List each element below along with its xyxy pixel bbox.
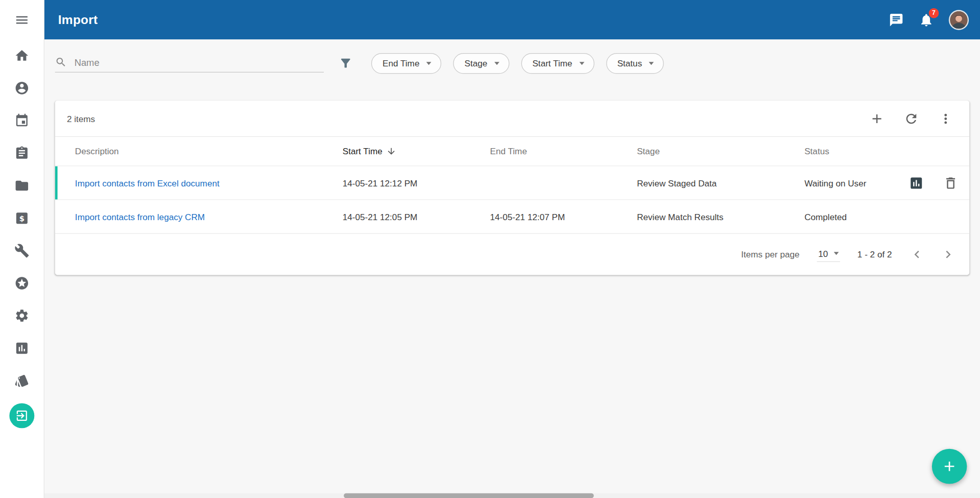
row-status: Completed bbox=[804, 211, 896, 222]
next-page-button[interactable] bbox=[941, 247, 955, 262]
chevron-left-icon bbox=[910, 247, 924, 262]
chevron-right-icon bbox=[941, 247, 955, 262]
column-header-start-time[interactable]: Start Time bbox=[343, 146, 490, 156]
chip-label: Stage bbox=[465, 58, 488, 68]
chat-icon bbox=[889, 12, 903, 27]
previous-page-button[interactable] bbox=[910, 247, 924, 262]
selected-row-accent bbox=[55, 167, 58, 200]
chevron-down-icon bbox=[833, 252, 839, 255]
sidebar-item-calendar[interactable] bbox=[0, 104, 44, 137]
chip-label: Start Time bbox=[532, 58, 572, 68]
notifications-button[interactable]: 7 bbox=[919, 12, 934, 27]
filter-button[interactable] bbox=[336, 54, 355, 73]
row-stage: Review Staged Data bbox=[637, 178, 804, 188]
pagination-range: 1 - 2 of 2 bbox=[857, 249, 892, 259]
sidebar-item-documents[interactable] bbox=[0, 170, 44, 202]
plus-icon bbox=[941, 458, 958, 475]
search-input[interactable] bbox=[73, 56, 324, 68]
search-icon bbox=[55, 56, 67, 68]
scrollbar-thumb[interactable] bbox=[344, 493, 594, 498]
funnel-icon bbox=[339, 56, 352, 70]
calendar-icon bbox=[14, 113, 29, 128]
sidebar: $ bbox=[0, 0, 44, 498]
column-header-end-time[interactable]: End Time bbox=[490, 146, 637, 156]
sidebar-item-home[interactable] bbox=[0, 39, 44, 72]
sidebar-item-contacts[interactable] bbox=[0, 72, 44, 105]
filter-chip-stage[interactable]: Stage bbox=[453, 53, 509, 73]
horizontal-scrollbar bbox=[0, 493, 980, 498]
chevron-down-icon bbox=[426, 62, 432, 65]
row-stage: Review Match Results bbox=[637, 211, 804, 222]
table-row[interactable]: Import contacts from legacy CRM 14-05-21… bbox=[55, 200, 970, 234]
sidebar-item-tools[interactable] bbox=[0, 234, 44, 267]
filter-chip-status[interactable]: Status bbox=[606, 53, 664, 73]
chevron-down-icon bbox=[494, 62, 499, 65]
folder-icon bbox=[14, 178, 29, 193]
items-count: 2 items bbox=[67, 113, 95, 124]
user-avatar[interactable] bbox=[949, 10, 969, 30]
wrench-icon bbox=[14, 243, 29, 258]
chip-label: End Time bbox=[383, 58, 419, 68]
filter-chips: End Time Stage Start Time Status bbox=[371, 53, 664, 73]
column-header-description[interactable]: Description bbox=[75, 146, 343, 156]
sidebar-item-tasks[interactable] bbox=[0, 137, 44, 170]
avatar-image bbox=[950, 11, 967, 28]
refresh-icon bbox=[904, 111, 919, 126]
items-per-page-label: Items per page bbox=[741, 249, 799, 259]
import-icon bbox=[15, 409, 29, 422]
account-icon bbox=[14, 81, 29, 96]
sidebar-item-reports[interactable] bbox=[0, 332, 44, 365]
gear-icon bbox=[14, 308, 29, 323]
pagination-bar: Items per page 10 1 - 2 of 2 bbox=[55, 234, 970, 275]
row-start-time: 14-05-21 12:05 PM bbox=[343, 211, 490, 222]
filter-chip-end-time[interactable]: End Time bbox=[371, 53, 441, 73]
main-area: Import 7 bbox=[44, 0, 980, 498]
top-app-bar: Import 7 bbox=[44, 0, 980, 39]
delete-button[interactable] bbox=[943, 175, 958, 190]
page-title: Import bbox=[58, 12, 98, 27]
sort-descending-icon bbox=[386, 146, 396, 156]
refresh-button[interactable] bbox=[904, 111, 919, 126]
filter-chip-start-time[interactable]: Start Time bbox=[521, 53, 594, 73]
chevron-down-icon bbox=[579, 62, 584, 65]
chart-icon bbox=[909, 175, 924, 190]
page-size-value: 10 bbox=[818, 249, 828, 259]
row-actions bbox=[896, 175, 969, 190]
column-header-stage[interactable]: Stage bbox=[637, 146, 804, 156]
add-fab[interactable] bbox=[932, 449, 967, 484]
row-description-link[interactable]: Import contacts from legacy CRM bbox=[75, 211, 343, 222]
menu-button[interactable] bbox=[0, 0, 44, 39]
row-status: Waiting on User bbox=[804, 178, 896, 188]
row-description-link[interactable]: Import contacts from Excel document bbox=[75, 178, 343, 188]
page-size-select[interactable]: 10 bbox=[817, 247, 840, 262]
home-icon bbox=[14, 48, 29, 63]
chat-button[interactable] bbox=[889, 12, 903, 27]
app-root: $ Im bbox=[0, 0, 980, 498]
chevron-down-icon bbox=[649, 62, 654, 65]
chip-label: Status bbox=[617, 58, 642, 68]
column-header-status[interactable]: Status bbox=[804, 146, 896, 156]
results-card: 2 items bbox=[55, 101, 970, 275]
sidebar-item-tags[interactable] bbox=[0, 365, 44, 397]
star-circle-icon bbox=[14, 276, 29, 291]
sidebar-item-favorites[interactable] bbox=[0, 267, 44, 300]
topbar-actions: 7 bbox=[889, 10, 969, 30]
column-label: Start Time bbox=[343, 146, 383, 156]
sidebar-item-settings[interactable] bbox=[0, 299, 44, 332]
card-toolbar: 2 items bbox=[55, 101, 970, 136]
row-start-time: 14-05-21 12:12 PM bbox=[343, 178, 490, 188]
table-row[interactable]: Import contacts from Excel document 14-0… bbox=[55, 167, 970, 200]
trash-icon bbox=[943, 175, 958, 190]
svg-text:$: $ bbox=[19, 214, 25, 223]
filter-row: End Time Stage Start Time Status bbox=[55, 51, 970, 76]
sidebar-item-import[interactable] bbox=[0, 399, 44, 432]
sidebar-item-payments[interactable]: $ bbox=[0, 202, 44, 234]
view-results-button[interactable] bbox=[909, 175, 924, 190]
add-item-button[interactable] bbox=[869, 111, 884, 126]
active-item-highlight bbox=[9, 403, 34, 428]
kebab-icon bbox=[938, 111, 953, 126]
tags-icon bbox=[14, 373, 29, 388]
more-options-button[interactable] bbox=[938, 111, 953, 126]
menu-icon bbox=[14, 12, 29, 27]
payments-icon: $ bbox=[14, 210, 29, 225]
